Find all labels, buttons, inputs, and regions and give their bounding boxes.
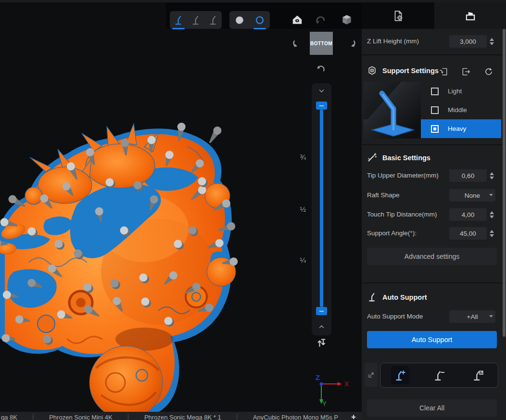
tip-diameter-input[interactable]: 0,60 [449,169,487,182]
divider [362,144,506,145]
support-angle-input[interactable]: 45,00 [449,227,487,240]
divider [362,282,506,283]
auto-support-button[interactable]: Auto Support [367,331,497,348]
rotate-ccw-button[interactable] [291,38,304,51]
z-lift-input[interactable]: 3,000 [449,35,487,48]
printer-tab-sonic-mini-4k[interactable]: Phrozen Sonic Mini 4K [49,414,113,420]
view-cube[interactable]: BOTTOM [310,32,333,55]
support-thick-icon [208,15,218,25]
spin-up-icon[interactable] [490,211,494,214]
density-option-middle[interactable]: Middle [421,101,501,119]
clear-all-button[interactable]: Clear All [367,399,497,417]
flip-range-button[interactable] [315,336,328,349]
active-underline [172,28,185,29]
density-option-heavy[interactable]: Heavy [421,119,501,138]
auto-support-mode-label: Auto Support Mode [367,310,423,323]
printer-tab-sonic-mega-8k[interactable]: Phrozen Sonic Mega 8K * 1 [144,414,221,420]
support-angle-stepper[interactable] [488,227,495,240]
touch-tip-stepper[interactable] [488,208,495,221]
printer-tab-photon-mono-m5s[interactable]: AnyCubic Photon Mono M5s P [253,414,338,420]
raft-shape-value: None [465,192,480,199]
support-thin-icon [173,15,184,25]
spin-down-icon[interactable] [490,216,494,218]
axis-z-label: Z [316,373,320,382]
model-viewport[interactable] [0,2,362,420]
support-medium-icon [190,15,201,25]
import-profile-button[interactable] [438,66,449,77]
z-lift-stepper[interactable] [488,35,495,48]
export-profile-button[interactable] [461,66,471,77]
density-option-light[interactable]: Light [421,82,501,101]
clip-slider-track[interactable] [320,110,323,307]
printer-tab-mega8k[interactable]: ga 8K [1,414,17,420]
chevron-up-icon[interactable] [316,323,327,331]
active-underline [253,28,266,29]
divider [362,54,506,55]
target-gear-icon [367,65,377,76]
spin-down-icon[interactable] [490,234,494,237]
rotate-cw-button[interactable] [344,38,358,51]
printer-tabbar: ga 8K ⋮ Phrozen Sonic Mini 4K ⋮ Phrozen … [0,412,362,420]
tip-diameter-stepper[interactable] [488,169,495,182]
spin-up-icon[interactable] [490,230,494,233]
add-printer-button[interactable]: + [351,414,356,420]
render-mode-group [229,11,270,29]
touch-tip-label: Touch Tip Distance(mm) [367,208,437,221]
undo-icon [315,13,327,26]
magic-wand-icon [367,153,377,163]
render-solid-button[interactable] [231,12,248,28]
density-light-label: Light [448,88,462,95]
fraction-quarter: ¼ [292,256,306,264]
basic-settings-header: Basic Settings [367,153,430,163]
checkbox-unchecked-icon[interactable] [431,88,439,95]
chevron-down-icon[interactable] [316,87,327,95]
density-middle-label: Middle [448,106,467,114]
support-type-thick-button[interactable] [205,12,221,28]
auto-support-title: Auto Support [382,293,427,301]
tab-print-settings[interactable] [362,2,434,29]
advanced-settings-button[interactable]: Advanced settings [367,248,497,265]
platform-icon [464,10,477,22]
home-icon [291,13,304,26]
clip-slider-handle-top[interactable] [316,102,327,110]
edit-support-button[interactable] [469,366,487,384]
flip-arrows-icon [316,337,327,348]
tip-diameter-label: Tip Upper Diameter(mm) [367,169,439,182]
support-type-medium-button[interactable] [188,12,204,28]
support-type-thin-button[interactable] [170,12,187,28]
spin-down-icon[interactable] [490,177,494,179]
model-3d[interactable] [0,2,362,420]
delete-support-button[interactable] [430,366,448,384]
panel-scrollbar[interactable] [503,29,506,337]
home-view-button[interactable] [290,13,304,27]
clip-slider-handle-bottom[interactable] [316,307,327,315]
raft-shape-dropdown[interactable]: None [449,189,495,202]
spin-up-icon[interactable] [490,172,494,175]
cube-icon [341,13,353,26]
add-support-button[interactable] [391,366,409,384]
collapse-toolbar-button[interactable] [365,363,378,387]
kebab-menu-icon[interactable]: ⋮ [30,414,36,420]
reset-profile-button[interactable] [483,66,494,77]
clip-slider[interactable] [312,83,331,335]
render-xray-button[interactable] [252,12,268,28]
auto-support-mode-dropdown[interactable]: +All [449,310,495,323]
expand-icon [367,371,375,379]
touch-tip-input[interactable]: 4,00 [449,208,487,221]
uturn-arrow-icon [316,63,327,74]
rotate-flip-button[interactable] [315,62,328,75]
sphere-ring-icon [254,15,265,25]
spin-down-icon[interactable] [490,42,494,45]
fraction-three-quarters: ¾ [292,153,306,161]
tab-support-panel[interactable] [434,2,506,29]
kebab-menu-icon[interactable]: ⋮ [126,414,131,420]
checkbox-unchecked-icon[interactable] [431,106,439,114]
spin-up-icon[interactable] [490,38,494,41]
axis-y-label: Y [322,400,327,407]
support-preview-image [364,82,421,139]
undo-button[interactable] [314,13,328,27]
kebab-menu-icon[interactable]: ⋮ [234,414,240,420]
cube-view-button[interactable] [340,13,354,27]
checkbox-checked-icon[interactable] [431,125,439,133]
z-lift-label: Z Lift Height (mm) [367,35,419,48]
